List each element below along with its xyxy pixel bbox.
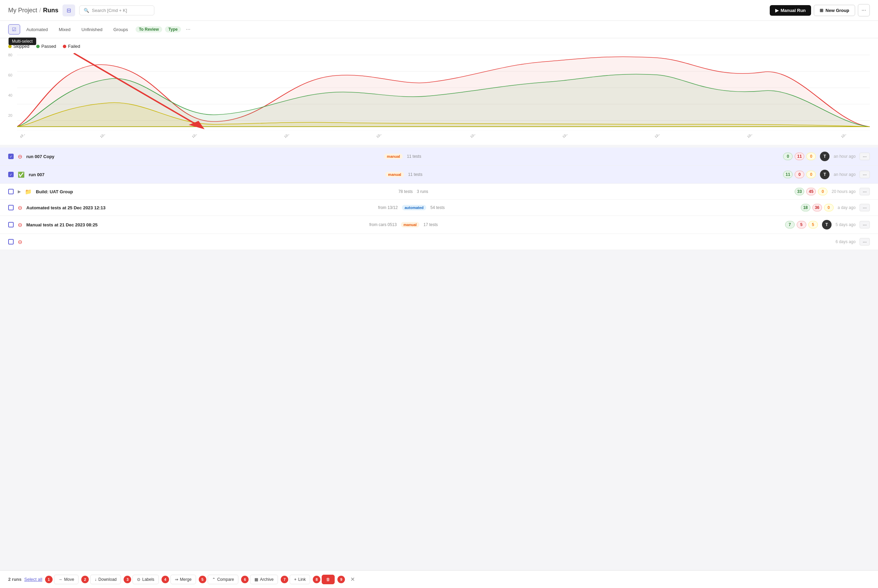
x-label-7: 12/25/2023 2:18 PM [562, 135, 585, 139]
tab-mixed[interactable]: Mixed [54, 25, 75, 34]
run-row: ⊖ Automated tests at 25 Dec 2023 12:13 f… [0, 200, 878, 216]
automated-tests-from: from 13/12 [378, 205, 398, 210]
automated-tests-name: Automated tests at 25 Dec 2023 12:13 [26, 205, 374, 210]
breadcrumb-slash: / [39, 7, 41, 14]
automated-tests-time: a day ago [838, 205, 856, 210]
expand-group-button[interactable]: ▶ [18, 189, 21, 194]
search-icon: 🔍 [84, 8, 89, 13]
manual-run-label: Manual Run [780, 8, 806, 13]
manual-tests-count-red: 5 [797, 221, 806, 228]
automated-tests-count: 54 tests [430, 205, 445, 210]
automated-tests-count-yellow: 0 [824, 204, 834, 212]
run-007-copy-count-red: 11 [795, 153, 804, 160]
runs-title: Runs [43, 7, 59, 14]
x-label-2: 12/20/2023 2:06 AM [99, 135, 123, 139]
tab-groups[interactable]: Groups [109, 25, 133, 34]
run-007-copy-more-button[interactable]: ··· [860, 153, 870, 160]
run-007-copy-time: an hour ago [834, 154, 855, 159]
manual-tests-counts: 7 5 5 [785, 221, 818, 228]
build-uat-tests: 78 tests [398, 189, 413, 194]
manual-tests-status-icon: ⊖ [18, 222, 22, 228]
automated-tests-count-green: 18 [801, 204, 810, 212]
multiselect-button[interactable]: ☑ Multi-select [8, 24, 20, 34]
new-group-button[interactable]: ⊞ New Group [814, 5, 855, 16]
legend-failed: Failed [63, 44, 80, 49]
manual-tests-checkbox[interactable] [8, 222, 14, 227]
x-label-1: ≤3 2:22 AM [19, 135, 33, 139]
tab-automated[interactable]: Automated [21, 25, 53, 34]
x-label-9: 12/26/2023 12:10 PM [746, 135, 771, 139]
run6-status-icon: ⊖ [18, 238, 22, 245]
run-row: ✓ ⊖ run 007 Copy manual 11 tests 0 11 0 … [0, 147, 878, 166]
run-row: ⊖ Manual tests at 21 Dec 2023 08:25 from… [0, 216, 878, 234]
run-007-checkbox[interactable]: ✓ [8, 172, 14, 177]
tab-more-button[interactable]: ··· [182, 24, 194, 34]
manual-run-button[interactable]: ▶ Manual Run [770, 5, 811, 16]
filter-icon: ⊟ [67, 8, 71, 14]
legend-passed: Passed [36, 44, 56, 49]
run-007-copy-count-yellow: 0 [806, 153, 816, 160]
run-007-tag: manual [385, 172, 404, 177]
automated-tests-tag: automated [402, 205, 426, 210]
x-label-8: 12/25/2023 5:21 PM [654, 135, 678, 139]
failed-dot [63, 45, 66, 48]
automated-tests-count-red: 36 [812, 204, 822, 212]
chart-wrapper: 80 60 40 20 [8, 51, 870, 140]
build-uat-more-button[interactable]: ··· [860, 188, 870, 195]
manual-tests-time: 5 days ago [836, 222, 856, 227]
run-007-copy-tests: 11 tests [407, 154, 421, 159]
run-007-counts: 11 0 0 [783, 171, 816, 178]
x-axis: ≤3 2:22 AM 12/20/2023 2:06 AM 12/20/2023… [8, 135, 870, 140]
multiselect-tooltip: Multi-select [9, 38, 36, 45]
breadcrumb: My Project / Runs [8, 7, 59, 14]
run-007-copy-count-green: 0 [783, 153, 792, 160]
tab-to-review[interactable]: To Review [134, 26, 162, 33]
runs-list: ✓ ⊖ run 007 Copy manual 11 tests 0 11 0 … [0, 147, 878, 250]
run-007-copy-name: run 007 Copy [26, 154, 380, 159]
build-uat-checkbox[interactable] [8, 189, 14, 194]
run6-more-button[interactable]: ··· [860, 238, 870, 246]
manual-tests-count-green: 7 [785, 221, 795, 228]
build-uat-count-red: 45 [806, 188, 816, 195]
run-row: ✓ ✅ run 007 manual 11 tests 11 0 0 T an … [0, 166, 878, 184]
y-80: 80 [8, 53, 15, 57]
run-007-copy-status-icon: ⊖ [18, 153, 22, 160]
run-007-copy-checkbox[interactable]: ✓ [8, 154, 14, 159]
manual-tests-count-yellow: 5 [808, 221, 818, 228]
run6-checkbox[interactable] [8, 239, 14, 244]
run-007-time: an hour ago [834, 172, 855, 177]
tabs-row: ☑ Multi-select Automated Mixed Unfinishe… [0, 21, 878, 38]
run-007-name: run 007 [29, 172, 381, 177]
y-60: 60 [8, 73, 15, 77]
filter-button[interactable]: ⊟ [63, 4, 75, 16]
x-label-5: 12/21/2023 10:25 AM [376, 135, 400, 139]
build-uat-count-green: 33 [795, 188, 804, 195]
x-label-3: 12/20/2023 2:22 AM [191, 135, 215, 139]
tab-unfinished[interactable]: Unfinished [77, 25, 107, 34]
automated-tests-checkbox[interactable] [8, 205, 14, 210]
y-axis: 80 60 40 20 [8, 51, 17, 134]
x-label-10: 12/26/2023 12:34 PM [840, 135, 865, 139]
run-007-more-button[interactable]: ··· [860, 171, 870, 178]
x-label-4: 12/20/2023 9:43 AM [284, 135, 307, 139]
header-more-button[interactable]: ··· [858, 4, 870, 16]
run-007-copy-tag: manual [384, 154, 403, 159]
chart-area: Skipped Passed Failed 80 60 40 20 [0, 38, 878, 145]
manual-tests-more-button[interactable]: ··· [860, 221, 870, 228]
run-007-count-yellow: 0 [806, 171, 816, 178]
passed-dot [36, 45, 40, 48]
tab-type[interactable]: Type [164, 26, 181, 33]
failed-label: Failed [68, 44, 80, 49]
search-box[interactable]: 🔍 Search [Cmd + K] [79, 6, 155, 15]
run-007-count-green: 11 [783, 171, 792, 178]
skipped-dot [8, 45, 12, 48]
automated-tests-more-button[interactable]: ··· [860, 204, 870, 212]
y-40: 40 [8, 93, 15, 98]
header-actions: ▶ Manual Run ⊞ New Group ··· [770, 4, 870, 16]
project-name: My Project [8, 7, 37, 14]
passed-label: Passed [41, 44, 56, 49]
automated-tests-status-icon: ⊖ [18, 204, 22, 211]
build-uat-time: 20 hours ago [831, 189, 855, 194]
run-007-copy-avatar: T [820, 152, 830, 161]
run6-time: 6 days ago [836, 239, 856, 244]
